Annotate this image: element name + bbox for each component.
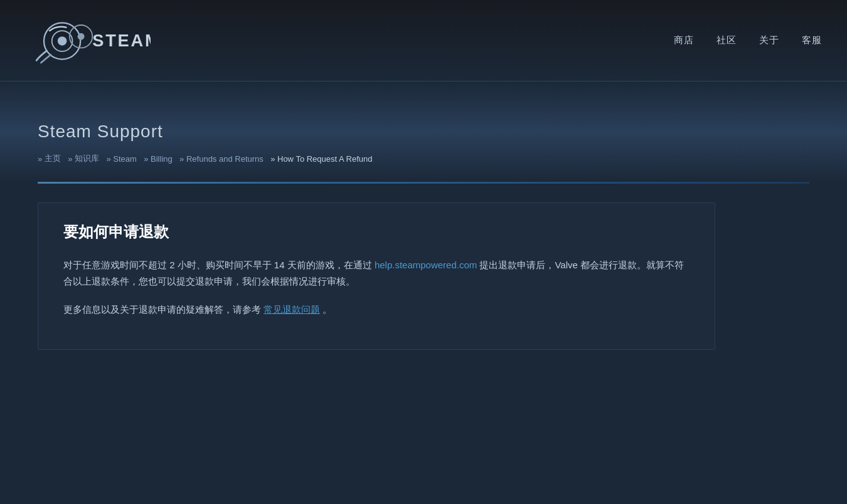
article-title: 要如何申请退款 xyxy=(63,222,690,242)
article-paragraph-2: 更多信息以及关于退款申请的疑难解答，请参考 常见退款问题 。 xyxy=(63,302,690,318)
main-nav: 商店 社区 关于 客服 xyxy=(674,34,822,46)
breadcrumb-home[interactable]: » 主页 xyxy=(38,153,61,164)
svg-point-2 xyxy=(58,36,67,46)
site-header: STEAM ® 商店 社区 关于 客服 xyxy=(0,0,847,81)
svg-point-4 xyxy=(78,33,85,39)
nav-about[interactable]: 关于 xyxy=(759,34,779,46)
steam-logo[interactable]: STEAM ® xyxy=(25,16,151,66)
breadcrumb-refunds[interactable]: » Refunds and Returns xyxy=(179,154,264,164)
faq-link[interactable]: 常见退款问题 xyxy=(264,304,320,315)
article-box: 要如何申请退款 对于任意游戏时间不超过 2 小时、购买时间不早于 14 天前的游… xyxy=(38,202,715,350)
breadcrumb-kb[interactable]: » 知识库 xyxy=(68,153,99,164)
breadcrumb: » 主页 » 知识库 » Steam » Billing » Refunds a… xyxy=(38,153,809,164)
page-title: Steam Support xyxy=(38,122,809,142)
breadcrumb-steam[interactable]: » Steam xyxy=(106,154,136,164)
svg-text:STEAM: STEAM xyxy=(92,30,151,50)
breadcrumb-billing[interactable]: » Billing xyxy=(144,154,173,164)
breadcrumb-current: » How To Request A Refund xyxy=(270,154,372,164)
logo-area: STEAM ® xyxy=(25,16,151,66)
page-banner: Steam Support » 主页 » 知识库 » Steam » Billi… xyxy=(0,81,847,182)
main-content: 要如何申请退款 对于任意游戏时间不超过 2 小时、购买时间不早于 14 天前的游… xyxy=(0,184,753,375)
nav-community[interactable]: 社区 xyxy=(716,34,737,46)
article-paragraph-1: 对于任意游戏时间不超过 2 小时、购买时间不早于 14 天前的游戏，在通过 he… xyxy=(63,257,690,289)
nav-support[interactable]: 客服 xyxy=(802,34,822,46)
help-steam-link[interactable]: help.steampowered.com xyxy=(375,260,477,270)
nav-store[interactable]: 商店 xyxy=(674,34,694,46)
